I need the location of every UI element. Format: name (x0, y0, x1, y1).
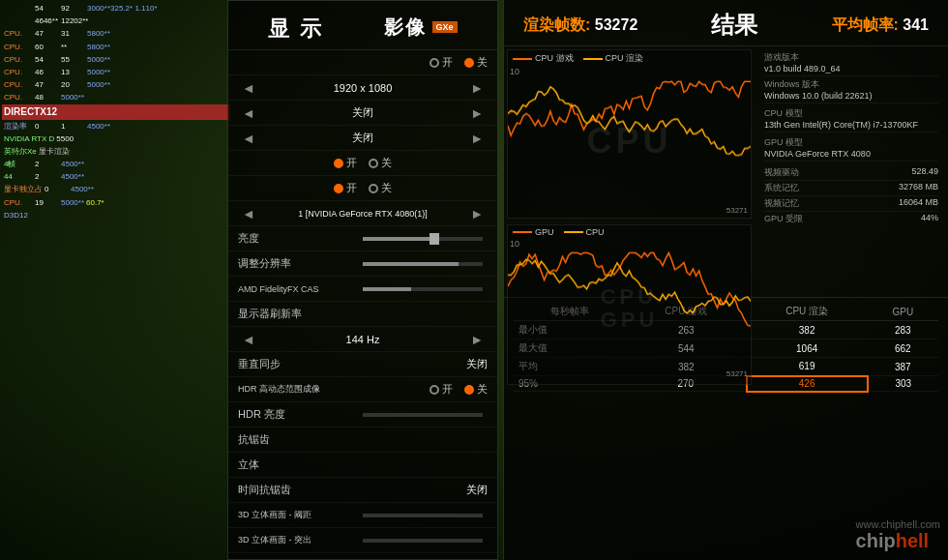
radio-off[interactable]: 关 (464, 55, 488, 70)
watermark-area: www.chiphell.com chip hell (856, 518, 940, 552)
legend-cpu2: CPU (564, 227, 605, 237)
radio2-on[interactable]: 开 (334, 181, 357, 195)
radio1-on[interactable]: 开 (334, 156, 357, 170)
legend-gpu-color (513, 231, 532, 233)
radio-on-dot (430, 58, 439, 68)
windows-section: Windows 版本 Windows 10.0 (build 22621) (764, 78, 938, 103)
video-memory-value: 16064 MB (899, 197, 938, 210)
windows-value: Windows 10.0 (build 22621) (764, 91, 938, 101)
gpu-limit-label: GPU 受限 (764, 213, 803, 225)
radio2-off-dot (369, 184, 378, 193)
right-arrow-4[interactable]: ► (466, 206, 488, 221)
stat-row: 44 2 4500** (2, 170, 230, 183)
gpu-section: GPU 模型 NVIDIA GeForce RTX 4080 (764, 136, 938, 162)
avg-fps-container: 平均帧率: 341 (832, 15, 929, 36)
middle-settings-panel: 显 示 影像 GXe GPU 受限 开 关 ◄ 1920 x 1080 ► ◄ … (227, 0, 498, 560)
radio-on[interactable]: 开 (430, 55, 453, 70)
settings-hz-row[interactable]: ◄ 144 Hz ► (228, 327, 497, 352)
gpu-limit-row: GPU 受限 44% (764, 212, 938, 226)
close-value-2: 关闭 (259, 131, 466, 145)
chip-hell-logo: chip hell (856, 530, 940, 552)
sys-memory-value: 32768 MB (899, 182, 938, 194)
hdr-off[interactable]: 关 (464, 382, 488, 397)
settings-vsync-row: 垂直同步 关闭 (228, 352, 497, 377)
col-header-cpu-render: CPU 渲染 (747, 303, 868, 321)
sys-memory-row: 系统记忆 32768 MB (764, 181, 938, 196)
left-stats-panel: 54 92 3000**325.2* 1.110* 4646** 12202**… (0, 0, 232, 348)
hdr-brightness-slider[interactable] (363, 413, 483, 417)
chart2-x-label: 53271 (726, 369, 748, 378)
stat-row: NVIDIA RTX D 5500 (2, 133, 230, 145)
3d2-label: 3D 立体画面 - 突出 (238, 534, 358, 546)
chart2-area: 10 CPUGPU 53271 (508, 239, 751, 378)
col-header-gpu: GPU (868, 303, 938, 321)
settings-isolation-row: GPU 受限 开 关 (228, 50, 497, 75)
left-arrow-5[interactable]: ◄ (238, 332, 259, 347)
right-arrow[interactable]: ► (466, 80, 488, 96)
windows-label: Windows 版本 (764, 78, 938, 91)
settings-gpu-row[interactable]: ◄ 1 [NVIDIA GeForce RTX 4080(1)] ► (228, 201, 497, 226)
resolution-value: 1920 x 1080 (259, 82, 466, 94)
info-column: 游戏版本 v1.0 build 489.0_64 Windows 版本 Wind… (755, 46, 948, 297)
chart1-y-label: 10 (510, 67, 519, 76)
radio-group-1[interactable]: 开 关 (334, 156, 392, 170)
3d1-slider[interactable] (363, 514, 483, 517)
hz-value: 144 Hz (259, 334, 466, 345)
3d1-label: 3D 立体画面 - 阈距 (238, 509, 358, 521)
stat-row: CPU. 47 31 5800** (2, 27, 230, 40)
left-arrow-4[interactable]: ◄ (238, 206, 259, 221)
chart1-container: CPU 游戏 CPU 渲染 10 CPU 53271 (507, 49, 752, 219)
chip-text: chip (856, 530, 896, 552)
row-min-v2: 382 (747, 321, 868, 339)
resolution-adjust-slider[interactable] (363, 262, 483, 266)
stereo-label: 立体 (238, 457, 488, 472)
cas-slider[interactable] (363, 287, 483, 291)
right-arrow-2[interactable]: ► (466, 105, 488, 121)
game-version-section: 游戏版本 v1.0 build 489.0_64 (764, 51, 938, 76)
legend-cpu-game-color (513, 58, 532, 60)
cpu-model-value: 13th Gen Intel(R) Core(TM) i7-13700KF (764, 120, 938, 130)
render-count-label: 渲染帧数: (523, 16, 590, 33)
game-version-value: v1.0 build 489.0_64 (764, 64, 938, 74)
left-arrow-3[interactable]: ◄ (238, 131, 259, 146)
stat-row: 显卡独立占 0 4500** (2, 183, 230, 195)
row-avg-v2: 619 (747, 358, 868, 376)
radio-group-2[interactable]: 开 关 (334, 181, 392, 195)
legend-cpu2-color (564, 231, 583, 233)
isolation-radio[interactable]: 开 关 (430, 55, 488, 70)
right-arrow-3[interactable]: ► (466, 131, 488, 146)
sys-memory-label: 系统记忆 (764, 182, 799, 194)
hdr-on-dot (430, 385, 439, 395)
row-min-v3: 283 (868, 321, 938, 339)
gpu-limit-value: 44% (921, 213, 938, 225)
settings-3d2-row: 3D 立体画面 - 突出 (228, 528, 497, 553)
settings-486-row: 486 1.8* (228, 553, 497, 560)
left-arrow-2[interactable]: ◄ (238, 105, 259, 121)
game-version-label: 游戏版本 (764, 51, 938, 64)
settings-refresh-rate-row: 显示器刷新率 (228, 302, 497, 327)
vsync-label: 垂直同步 (238, 357, 466, 371)
radio1-off[interactable]: 关 (369, 156, 392, 170)
settings-resolution-adjust-row: 调整分辨率 (228, 251, 497, 277)
jieguo-title: 结果 (711, 10, 757, 41)
legend-cpu-render-color (583, 58, 603, 60)
right-arrow-5[interactable]: ► (466, 332, 488, 347)
3d2-slider[interactable] (363, 539, 483, 543)
row-avg-v3: 387 (868, 358, 938, 376)
settings-resolution-row[interactable]: ◄ 1920 x 1080 ► (228, 75, 497, 101)
settings-brightness-row: 亮度 (228, 226, 497, 251)
brightness-slider[interactable] (363, 237, 483, 241)
radio2-off[interactable]: 关 (369, 181, 392, 195)
legend-gpu: GPU (513, 227, 554, 237)
chart1-area: 10 CPU 53271 (508, 67, 751, 215)
radio2-on-dot (334, 184, 343, 193)
render-count-value: 53272 (595, 16, 638, 33)
hdr-on[interactable]: 开 (430, 382, 453, 397)
hdr-radio[interactable]: 开 关 (430, 382, 488, 397)
radio1-on-dot (334, 159, 343, 168)
cas-label: AMD FidelityFX CAS (238, 284, 358, 294)
stat-row: 英特尔Xe 显卡渲染 (2, 145, 230, 158)
left-arrow[interactable]: ◄ (238, 80, 259, 96)
chart1-legend: CPU 游戏 CPU 渲染 (508, 50, 751, 67)
video-driver-value: 528.49 (911, 166, 938, 179)
